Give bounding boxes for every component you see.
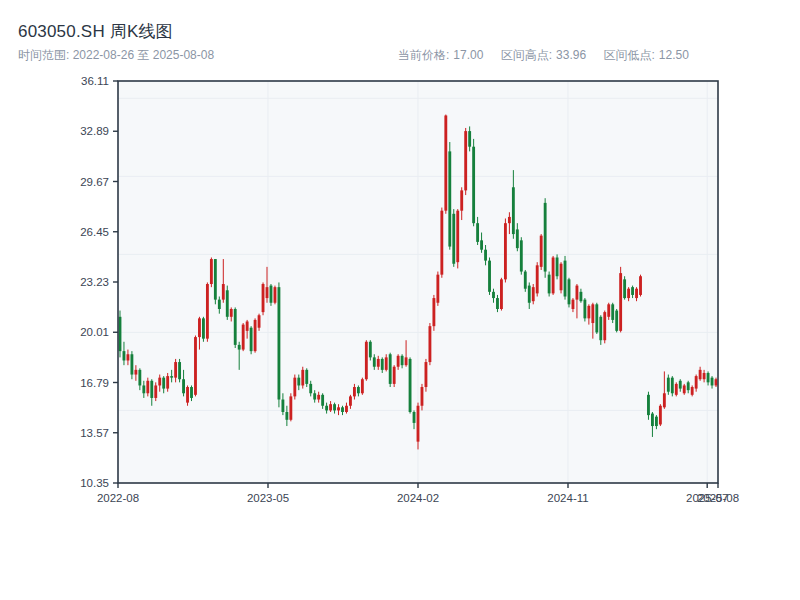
y-tick-label: 36.11 [81, 75, 109, 87]
x-tick-label: 2024-02 [397, 492, 439, 504]
y-tick-label: 16.79 [80, 377, 109, 389]
y-tick-label: 26.45 [80, 226, 109, 238]
kline-viewer-page: 603050.SH 周K线图 时间范围: 2022-08-26 至 2025-0… [0, 0, 800, 600]
x-tick-label: 2023-05 [247, 492, 289, 504]
kline-chart: 36.1132.8929.6726.4523.2320.0116.7913.57… [0, 0, 800, 600]
y-tick-label: 13.57 [80, 427, 109, 439]
x-tick-label: 2022-08 [97, 492, 139, 504]
x-tick-label: 2024-11 [547, 492, 588, 504]
x-tick-label: 2025-08 [697, 492, 739, 504]
y-tick-label: 29.67 [80, 176, 109, 188]
y-tick-label: 10.35 [80, 477, 109, 489]
y-tick-label: 32.89 [80, 125, 109, 137]
y-tick-label: 23.23 [80, 276, 109, 288]
y-tick-label: 20.01 [80, 326, 109, 338]
